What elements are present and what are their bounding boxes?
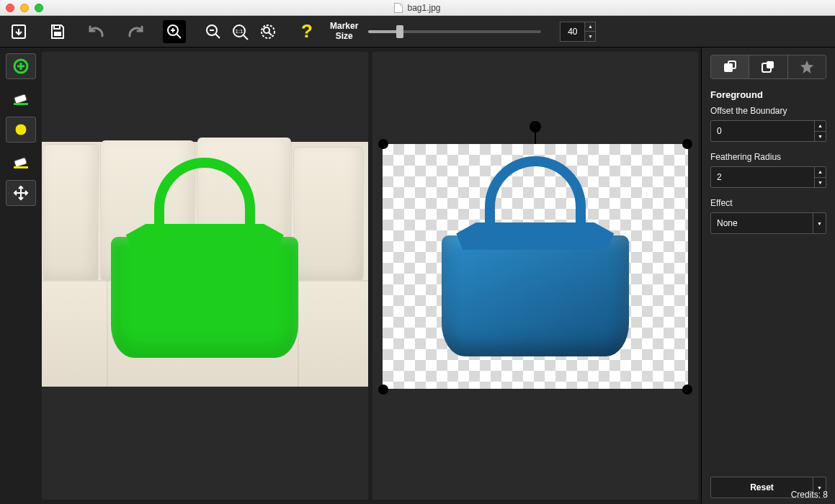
panel-tabs [710,55,826,79]
help-button[interactable]: ? [295,20,318,43]
svg-text:?: ? [301,22,313,42]
mask-overlay [111,158,298,359]
svg-line-8 [215,34,220,38]
section-title: Foreground [710,89,826,100]
settings-panel: Foreground Offset the Boundary 0 ▲▼ Feat… [701,48,835,504]
marker-size-slider[interactable] [368,30,541,33]
offset-value[interactable]: 0 [711,121,814,141]
source-pane[interactable] [42,52,368,500]
tab-favorites[interactable] [788,55,826,78]
crop-handle-bl[interactable] [378,384,388,395]
effect-value: None [711,213,813,233]
credits-label: Credits: 8 [791,490,828,500]
feather-field[interactable]: 2 ▲▼ [710,166,826,188]
offset-up[interactable]: ▲ [815,121,826,132]
crop-handle-tl[interactable] [378,139,388,149]
crop-handle-tr[interactable] [682,139,692,149]
add-mark-tool[interactable] [6,53,36,79]
marker-size-down[interactable]: ▼ [585,32,595,41]
undo-button[interactable] [85,20,108,43]
main-toolbar: 1:1 ? Marker Size 40 ▲ ▼ [0,16,835,48]
zoom-out-button[interactable] [202,20,225,43]
save-button[interactable] [7,20,30,43]
feather-up[interactable]: ▲ [815,167,826,178]
zoom-fit-button[interactable] [256,20,280,43]
window-minimize-button[interactable] [20,4,29,12]
window-close-button[interactable] [6,4,14,12]
marker-size-value[interactable]: 40 [560,22,584,42]
svg-rect-21 [14,103,28,105]
feather-label: Feathering Radius [710,152,826,162]
svg-rect-24 [14,166,28,168]
marker-size-label: Marker Size [330,22,358,40]
svg-line-4 [177,34,181,38]
svg-rect-20 [14,94,27,104]
effect-label: Effect [710,198,826,208]
tab-background[interactable] [749,55,787,78]
document-icon [394,3,403,13]
cutout-image [442,156,629,358]
source-image [42,142,368,387]
window-title: bag1.jpg [407,3,440,13]
marker-size-field[interactable]: 40 ▲ ▼ [560,22,596,42]
svg-line-15 [269,32,272,35]
result-pane[interactable] [372,52,699,500]
tab-foreground[interactable] [711,55,749,78]
zoom-in-button[interactable] [163,20,186,43]
feather-value[interactable]: 2 [711,167,814,187]
svg-rect-1 [54,25,60,29]
svg-text:1:1: 1:1 [235,28,244,35]
export-button[interactable] [46,20,69,43]
effect-select[interactable]: None ▼ [710,212,826,234]
svg-point-22 [15,124,27,135]
zoom-actual-button[interactable]: 1:1 [229,20,252,43]
offset-down[interactable]: ▼ [815,132,826,142]
feather-down[interactable]: ▼ [815,178,826,188]
offset-label: Offset the Boundary [710,106,826,116]
offset-field[interactable]: 0 ▲▼ [710,120,826,142]
svg-rect-30 [767,61,774,68]
canvas-area [42,48,701,504]
svg-rect-23 [14,158,27,168]
eraser-yellow-tool[interactable] [6,148,36,174]
svg-point-14 [264,27,269,33]
move-tool[interactable] [6,180,36,206]
chevron-down-icon: ▼ [813,213,826,233]
window-zoom-button[interactable] [35,4,43,12]
svg-line-11 [244,35,248,40]
window-titlebar: bag1.jpg [0,0,835,16]
eraser-green-tool[interactable] [6,85,36,111]
marker-size-up[interactable]: ▲ [585,22,595,32]
redo-button[interactable] [124,20,147,43]
left-toolbox [0,48,42,504]
svg-rect-2 [54,32,61,36]
yellow-mark-tool[interactable] [6,117,36,143]
crop-handle-br[interactable] [682,384,692,395]
